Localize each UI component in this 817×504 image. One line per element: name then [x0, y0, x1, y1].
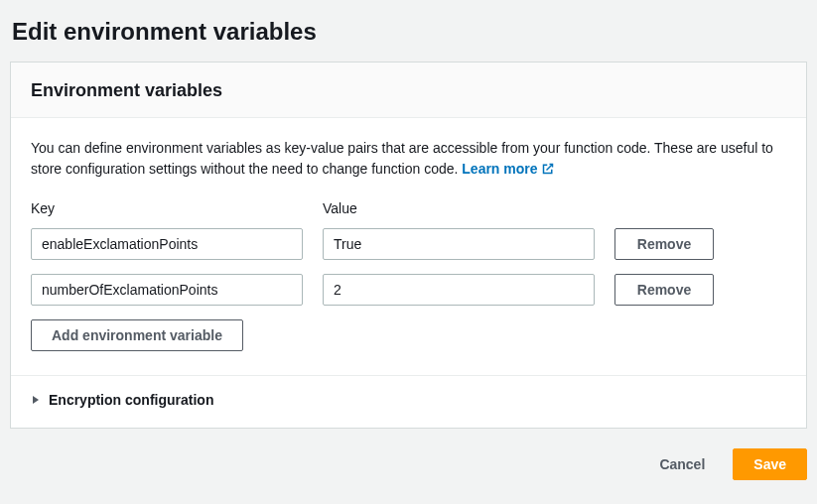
key-column-label: Key: [31, 200, 303, 216]
key-input[interactable]: [31, 274, 303, 306]
key-input[interactable]: [31, 228, 303, 260]
learn-more-link[interactable]: Learn more: [462, 161, 553, 177]
remove-button[interactable]: Remove: [614, 228, 714, 260]
description-text: You can define environment variables as …: [31, 140, 773, 177]
remove-button[interactable]: Remove: [614, 274, 714, 306]
encryption-config-title: Encryption configuration: [49, 392, 213, 408]
panel-title: Environment variables: [31, 80, 786, 101]
panel-header: Environment variables: [11, 63, 806, 118]
panel-description: You can define environment variables as …: [31, 138, 786, 181]
value-column-label: Value: [323, 200, 595, 216]
value-input[interactable]: [323, 228, 595, 260]
env-var-row: Remove: [31, 228, 786, 260]
value-input[interactable]: [323, 274, 595, 306]
encryption-config-toggle[interactable]: Encryption configuration: [31, 392, 786, 412]
external-link-icon: [542, 160, 554, 181]
divider: [11, 375, 806, 376]
footer-actions: Cancel Save: [10, 444, 807, 484]
env-var-row: Remove: [31, 274, 786, 306]
page-title: Edit environment variables: [10, 10, 807, 62]
cancel-button[interactable]: Cancel: [639, 450, 725, 478]
caret-right-icon: [31, 392, 41, 408]
env-vars-panel: Environment variables You can define env…: [10, 62, 807, 429]
save-button[interactable]: Save: [733, 448, 807, 480]
panel-body: You can define environment variables as …: [11, 118, 806, 428]
learn-more-text: Learn more: [462, 161, 537, 177]
add-environment-variable-button[interactable]: Add environment variable: [31, 319, 243, 351]
table-header-row: Key Value: [31, 200, 786, 222]
